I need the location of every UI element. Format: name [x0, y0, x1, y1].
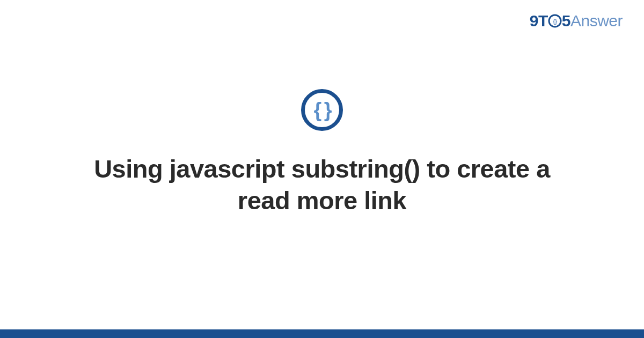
braces-glyph: { } — [313, 100, 330, 120]
page-title: Using javascript substring() to create a… — [75, 153, 569, 217]
footer-bar — [0, 329, 644, 338]
main-content: { } Using javascript substring() to crea… — [0, 0, 644, 338]
topic-icon-container: { } — [301, 89, 343, 131]
code-braces-icon: { } — [301, 89, 343, 131]
